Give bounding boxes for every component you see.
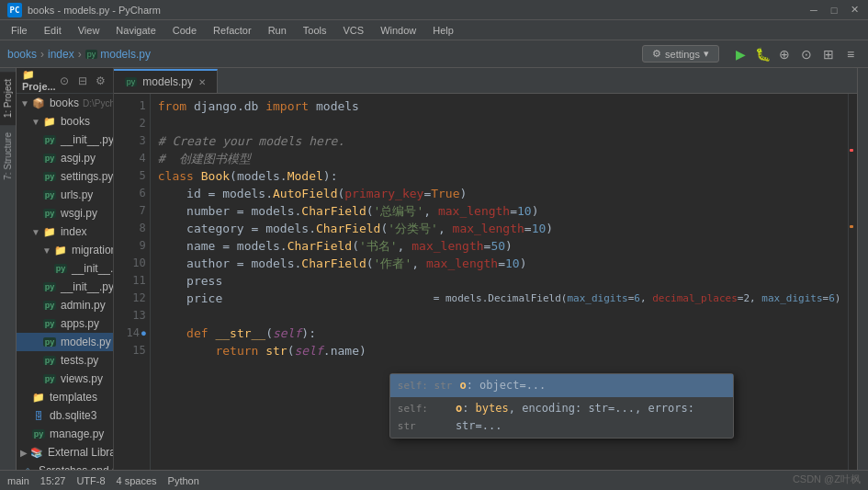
maximize-button[interactable]: □ (828, 4, 840, 17)
run-button[interactable]: ▶ (730, 44, 750, 64)
menu-item-view[interactable]: View (71, 23, 107, 38)
tree-item-db[interactable]: 🗄 db.sqlite3 (17, 406, 113, 425)
build-button[interactable]: ⊞ (818, 44, 839, 64)
main-area: 1: Project 7: Structure 📁 Proje... ⊙ ⊟ ⚙… (0, 68, 868, 470)
menu-item-tools[interactable]: Tools (296, 23, 334, 38)
git-status[interactable]: main (7, 475, 29, 486)
editor-scrollbar[interactable] (848, 94, 857, 470)
breadcrumb-books[interactable]: books (7, 48, 37, 61)
menu-item-edit[interactable]: Edit (37, 23, 69, 38)
library-icon: 📚 (29, 445, 44, 460)
py-icon-breadcrumb: py (85, 50, 98, 59)
code-line-14: def __str__(self): (158, 325, 841, 342)
menu-item-file[interactable]: File (4, 23, 35, 38)
close-button[interactable]: ✕ (848, 4, 861, 17)
tree-item-tests[interactable]: py tests.py (17, 351, 113, 370)
tree-item-init1[interactable]: py __init__.py (17, 131, 113, 149)
app-icon: PC (7, 3, 22, 17)
tree-item-books-root[interactable]: ▼ 📦 books D:\PycharmProject (17, 94, 113, 112)
chevron-down-icon: ▼ (42, 245, 51, 256)
project-tree[interactable]: 📁 Proje... ⊙ ⊟ ⚙ ✕ ▼ 📦 books D:\PycharmP… (17, 68, 114, 470)
tree-item-views[interactable]: py views.py (17, 370, 113, 388)
scratch-icon: ◈ (20, 463, 35, 470)
tree-item-templates[interactable]: 📁 templates (17, 388, 113, 406)
title-bar-left: PC books - models.py - PyCharm (7, 3, 161, 17)
code-content[interactable]: from django.db import models # Create yo… (151, 94, 849, 470)
tree-item-books-folder[interactable]: ▼ 📁 books (17, 112, 113, 131)
tree-item-wsgi[interactable]: py wsgi.py (17, 204, 113, 222)
encoding-status[interactable]: UTF-8 (76, 475, 105, 486)
chevron-down-icon: ▼ (20, 98, 29, 108)
py-icon: py (42, 151, 57, 165)
autocomplete-popup[interactable]: self: str o: object=... self: str o: byt… (389, 373, 734, 439)
tree-item-models[interactable]: py models.py (17, 333, 113, 351)
run-toolbar: ▶ 🐛 ⊕ ⊙ ⊞ ≡ (730, 44, 861, 64)
tree-item-migrations[interactable]: ▼ 📁 migrations (17, 241, 113, 259)
tree-item-asgi[interactable]: py asgi.py (17, 149, 113, 167)
settings-button[interactable]: ⚙ settings ▾ (642, 45, 719, 63)
tree-item-apps[interactable]: py apps.py (17, 314, 113, 333)
breadcrumb-file: py models.py (85, 48, 151, 61)
tree-item-scratches[interactable]: ◈ Scratches and Consoles (17, 462, 113, 470)
menu-item-run[interactable]: Run (261, 23, 294, 38)
tree-item-external-libs[interactable]: ▶ 📚 External Libraries (17, 443, 113, 462)
left-panel-tabs: 1: Project 7: Structure (0, 68, 17, 470)
menu-item-refactor[interactable]: Refactor (206, 23, 259, 38)
folder-icon: 📁 (53, 243, 68, 257)
line-numbers: 1 2 3 4 5 6 7 8 9 10 11 12 13 14 ● 15 (114, 94, 151, 470)
code-line-10: author = models.CharField('作者', max_leng… (158, 255, 841, 272)
code-line-4: # 创建图书模型 (158, 150, 841, 167)
indent-status[interactable]: 4 spaces (117, 475, 157, 486)
debug-button[interactable]: 🐛 (752, 44, 772, 64)
chevron-down-icon: ▼ (31, 227, 40, 237)
status-bar: main 15:27 UTF-8 4 spaces Python CSDN @Z… (0, 470, 868, 490)
autocomplete-item-2[interactable]: self: str o: bytes, encoding: str=..., e… (390, 397, 733, 438)
sidebar-item-project[interactable]: 1: Project (0, 72, 16, 125)
minimize-button[interactable]: ─ (807, 4, 820, 17)
code-line-6: id = models.AutoField(primary_key=True) (158, 185, 841, 202)
tree-settings-button[interactable]: ⚙ (93, 73, 109, 89)
tree-actions: ⊙ ⊟ ⚙ ✕ (56, 73, 114, 89)
more-button[interactable]: ≡ (840, 44, 861, 64)
tree-item-index[interactable]: ▼ 📁 index (17, 222, 113, 241)
code-line-13 (158, 307, 841, 325)
tree-item-init2[interactable]: py __init__.py (17, 278, 113, 296)
py-icon: py (42, 316, 57, 331)
coverage-button[interactable]: ⊕ (774, 44, 795, 64)
project-icon: 📦 (31, 96, 46, 110)
chevron-down-icon: ▼ (31, 117, 40, 127)
menu-item-navigate[interactable]: Navigate (108, 23, 163, 38)
breadcrumb-models[interactable]: models.py (100, 48, 151, 61)
tree-item-manage[interactable]: py manage.py (17, 425, 113, 443)
tree-item-admin[interactable]: py admin.py (17, 296, 113, 314)
menu-item-help[interactable]: Help (425, 23, 461, 38)
filetype-status[interactable]: Python (168, 475, 199, 486)
tree-sync-button[interactable]: ⊙ (56, 73, 73, 89)
menu-item-window[interactable]: Window (373, 23, 423, 38)
chevron-right-icon: ▶ (20, 448, 28, 458)
line-col-status[interactable]: 15:27 (40, 475, 66, 486)
py-icon: py (42, 169, 57, 184)
tree-item-urls[interactable]: py urls.py (17, 186, 113, 204)
editor-tab-models[interactable]: py models.py ✕ (114, 69, 218, 93)
code-line-11: press (158, 272, 841, 290)
code-editor[interactable]: 1 2 3 4 5 6 7 8 9 10 11 12 13 14 ● 15 fr… (114, 94, 858, 470)
status-left: main 15:27 UTF-8 4 spaces Python (7, 475, 199, 486)
menu-item-vcs[interactable]: VCS (336, 23, 372, 38)
menu-item-code[interactable]: Code (165, 23, 204, 38)
py-icon: py (42, 298, 57, 313)
tree-item-migrations-init[interactable]: py __init__.py (17, 259, 113, 278)
autocomplete-item-1[interactable]: self: str o: object=... (390, 374, 733, 397)
code-line-3: # Create your models here. (158, 132, 841, 150)
menu-bar: FileEditViewNavigateCodeRefactorRunTools… (0, 20, 868, 40)
code-line-8: category = models.CharField('分类号', max_l… (158, 220, 841, 237)
error-marker (850, 149, 853, 152)
breadcrumb-index[interactable]: index (48, 48, 74, 61)
profile-button[interactable]: ⊙ (796, 44, 817, 64)
tab-close-button[interactable]: ✕ (198, 77, 206, 87)
tree-collapse-button[interactable]: ⊟ (74, 73, 91, 89)
warning-marker (850, 225, 853, 228)
tree-item-settings[interactable]: py settings.py (17, 167, 113, 186)
sidebar-item-structure[interactable]: 7: Structure (0, 125, 16, 188)
editor-tabs: py models.py ✕ (114, 68, 858, 94)
